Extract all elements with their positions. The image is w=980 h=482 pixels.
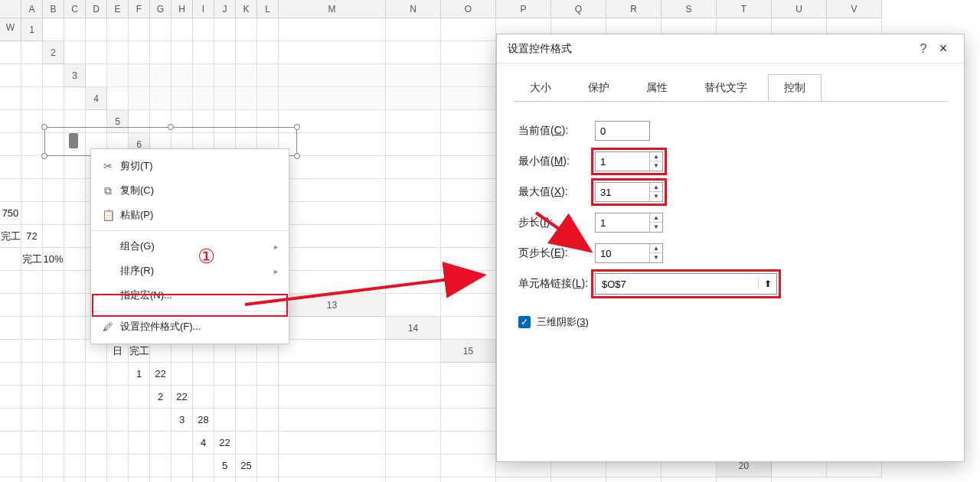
cell-I14[interactable] [0,340,21,363]
tab-3[interactable]: 替代文字 [688,74,763,101]
cell-A3[interactable] [86,64,107,87]
cell-N1[interactable] [441,18,496,41]
cell-H15[interactable] [0,363,21,386]
cell-A14[interactable] [441,317,496,340]
cell-F4[interactable] [214,87,236,110]
cell-W3[interactable] [64,87,86,110]
cell-E9[interactable] [386,202,441,225]
cell-C4[interactable] [150,87,172,110]
cell-P17[interactable] [214,409,236,432]
cell-N10[interactable]: 完工率 [21,248,43,271]
cell-K17[interactable] [107,409,129,432]
cell-O8[interactable]: 750 [0,202,21,225]
row-header-1[interactable]: 1 [21,18,43,41]
cell-H3[interactable] [236,64,257,87]
cell-H7[interactable] [441,156,496,179]
cell-D10[interactable] [386,225,441,248]
cell-N19[interactable]: 5 [214,454,236,477]
col-header-T[interactable]: T [717,0,772,18]
col-header-H[interactable]: H [172,0,193,18]
cell-T18[interactable] [441,432,496,454]
cell-E20[interactable] [43,477,64,482]
cell-I2[interactable] [236,41,257,64]
cell-V2[interactable] [21,64,43,87]
cell-D20[interactable] [21,477,43,482]
cell-M18[interactable] [172,432,193,454]
range-picker-icon[interactable]: ⬆ [758,278,776,289]
cell-T16[interactable] [279,386,386,409]
col-header-L[interactable]: L [257,0,279,18]
cell-V1[interactable] [0,41,21,64]
col-header-C[interactable]: C [64,0,86,18]
cell-I16[interactable] [43,386,64,409]
cell-R5[interactable] [0,133,21,156]
spin-up-icon[interactable]: ▲ [650,183,662,192]
cell-L15[interactable] [86,363,107,386]
page-value-input[interactable] [596,244,649,262]
col-header-O[interactable]: O [441,0,496,18]
cell-H6[interactable] [386,133,441,156]
cell-Q8[interactable] [43,202,64,225]
cell-J5[interactable] [441,110,496,133]
row-header-13[interactable]: 13 [279,294,386,317]
cell-H16[interactable] [21,386,43,409]
cell-M16[interactable] [129,386,150,409]
cell-F2[interactable] [172,41,193,64]
cell-T3[interactable] [0,87,21,110]
cell-F8[interactable] [386,179,441,202]
cell-J1[interactable] [236,18,257,41]
cell-O18[interactable]: 22 [214,432,236,454]
cell-Q17[interactable] [236,409,257,432]
cell-M17[interactable] [150,409,172,432]
row-header-14[interactable]: 14 [386,317,441,340]
tab-0[interactable]: 大小 [514,74,567,101]
cell-C3[interactable] [129,64,150,87]
cell-D4[interactable] [172,87,193,110]
cell-J3[interactable] [279,64,386,87]
cell-F18[interactable] [21,432,43,454]
cell-G16[interactable] [0,386,21,409]
cell-O17[interactable]: 28 [193,409,214,432]
cell-Q7[interactable] [21,179,43,202]
cell-U20[interactable] [606,477,662,482]
cell-K2[interactable] [279,41,386,64]
cell-N17[interactable]: 3 [172,409,193,432]
cell-P7[interactable] [0,179,21,202]
input-step[interactable]: ▲▼ [595,213,663,233]
cell-F20[interactable] [64,477,86,482]
cell-F19[interactable] [43,454,64,477]
cell-D2[interactable] [129,41,150,64]
context-item-3[interactable]: 组合(G)▸ [91,234,289,259]
cell-Q18[interactable] [257,432,279,454]
cell-R15[interactable] [214,363,236,386]
spin-down-icon[interactable]: ▼ [650,253,662,262]
cell-H4[interactable] [257,87,279,110]
cell-S17[interactable] [279,409,386,432]
cell-G4[interactable] [236,87,257,110]
cell-T6[interactable] [64,156,86,179]
spin-up-icon[interactable]: ▲ [650,213,662,223]
cell-I15[interactable] [21,363,43,386]
cell-O11[interactable] [64,271,86,294]
cell-G19[interactable] [64,454,86,477]
cell-V20[interactable] [662,477,717,482]
cell-E2[interactable] [150,41,172,64]
cell-M13[interactable] [64,317,86,340]
cell-K3[interactable] [386,64,441,87]
cell-E3[interactable] [172,64,193,87]
cell-L20[interactable] [193,477,214,482]
input-max[interactable]: ▲▼ [595,182,663,202]
cell-S18[interactable] [386,432,441,454]
cell-K15[interactable] [64,363,86,386]
cell-F9[interactable] [441,202,496,225]
cell-L18[interactable] [150,432,172,454]
cell-L17[interactable] [129,409,150,432]
cell-I18[interactable] [86,432,107,454]
col-header-A[interactable]: A [21,0,43,18]
cell-Q20[interactable] [386,477,441,482]
cell-M10[interactable] [0,248,21,271]
context-item-5[interactable]: 指定宏(N)... [91,283,289,308]
cell-N18[interactable]: 4 [193,432,214,454]
cell-V14[interactable] [279,340,386,363]
spin-down-icon[interactable]: ▼ [650,192,662,201]
